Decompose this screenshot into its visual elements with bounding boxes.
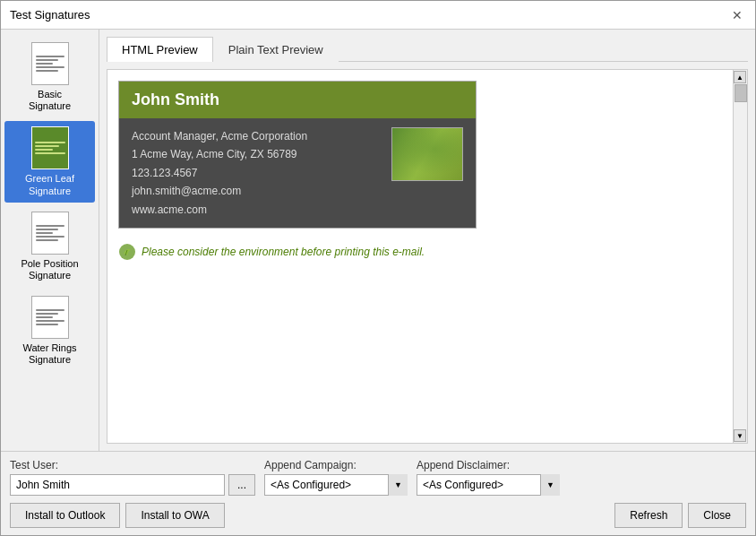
sidebar-item-poleposition[interactable]: Pole PositionSignature <box>4 206 95 287</box>
signature-sidebar: BasicSignature Green LeafSignature <box>1 30 99 451</box>
eco-note: Please consider the environment before p… <box>118 243 722 261</box>
scrollbar-track[interactable]: ▲ ▼ <box>733 70 747 443</box>
install-outlook-button[interactable]: Install to Outlook <box>10 503 120 528</box>
install-btn-group: Install to Outlook Install to OWA <box>10 503 225 528</box>
sig-card-body: Account Manager, Acme Corporation 1 Acme… <box>119 118 476 228</box>
bottom-bar: Test User: ... Append Campaign: <As Conf… <box>1 451 755 535</box>
poleposition-sig-label: Pole PositionSignature <box>21 258 78 281</box>
bottom-row1: Test User: ... Append Campaign: <As Conf… <box>10 459 746 496</box>
close-window-button[interactable]: ✕ <box>728 6 746 24</box>
sidebar-item-basic[interactable]: BasicSignature <box>4 37 95 117</box>
sig-card-header: John Smith <box>119 82 476 118</box>
test-user-label: Test User: <box>10 459 255 471</box>
append-campaign-select[interactable]: <As Configured> None Campaign A Campaign… <box>264 474 408 496</box>
append-disclaimer-select[interactable]: <As Configured> None Disclaimer A Discla… <box>417 474 560 496</box>
append-campaign-label: Append Campaign: <box>264 459 408 471</box>
tab-plaintext-preview[interactable]: Plain Text Preview <box>213 37 339 62</box>
test-user-input[interactable] <box>10 474 225 496</box>
sig-leaf-image <box>391 127 463 181</box>
close-button[interactable]: Close <box>688 503 746 528</box>
basic-sig-icon <box>31 42 69 85</box>
append-disclaimer-label: Append Disclaimer: <box>417 459 560 471</box>
eco-message: Please consider the environment before p… <box>142 246 425 258</box>
basic-sig-label: BasicSignature <box>29 89 71 112</box>
install-owa-button[interactable]: Install to OWA <box>125 503 224 528</box>
sig-phone: 123.123.4567 <box>132 164 382 182</box>
greenleaf-sig-label: Green LeafSignature <box>25 173 74 196</box>
preview-tabs: HTML Preview Plain Text Preview <box>107 37 748 62</box>
dialog: Test Signatures ✕ BasicSignature <box>0 0 756 536</box>
sidebar-item-greenleaf[interactable]: Green LeafSignature <box>4 121 95 202</box>
dialog-title: Test Signatures <box>10 8 90 22</box>
scroll-up-button[interactable]: ▲ <box>734 71 746 83</box>
refresh-button[interactable]: Refresh <box>614 503 683 528</box>
sig-email: john.smith@acme.com <box>132 182 382 200</box>
tab-html-preview[interactable]: HTML Preview <box>107 37 213 62</box>
leaf-pattern <box>392 128 462 180</box>
append-disclaimer-field-group: Append Disclaimer: <As Configured> None … <box>417 459 560 496</box>
scroll-down-button[interactable]: ▼ <box>734 429 746 442</box>
sidebar-item-waterrings[interactable]: Water RingsSignature <box>4 290 95 371</box>
sig-card-info: Account Manager, Acme Corporation 1 Acme… <box>132 127 382 219</box>
sig-website: www.acme.com <box>132 201 382 219</box>
greenleaf-sig-icon <box>31 126 69 169</box>
poleposition-sig-icon <box>31 212 69 255</box>
main-content: BasicSignature Green LeafSignature <box>1 30 755 451</box>
append-campaign-select-wrapper: <As Configured> None Campaign A Campaign… <box>264 474 408 496</box>
preview-area: HTML Preview Plain Text Preview John Smi… <box>99 30 755 451</box>
scrollbar-thumb[interactable] <box>735 84 747 102</box>
append-disclaimer-select-wrapper: <As Configured> None Disclaimer A Discla… <box>417 474 560 496</box>
title-bar: Test Signatures ✕ <box>1 1 755 30</box>
preview-content: John Smith Account Manager, Acme Corpora… <box>107 70 747 443</box>
test-user-field-row: ... <box>10 474 255 496</box>
sig-address: 1 Acme Way, Acme City, ZX 56789 <box>132 145 382 163</box>
sig-title: Account Manager, Acme Corporation <box>132 127 382 145</box>
waterrings-sig-label: Water RingsSignature <box>22 342 76 366</box>
browse-button[interactable]: ... <box>228 474 255 496</box>
eco-icon <box>118 243 136 261</box>
test-user-field-group: Test User: ... <box>10 459 255 496</box>
waterrings-sig-icon <box>31 296 69 339</box>
bottom-row2: Install to Outlook Install to OWA Refres… <box>10 503 746 528</box>
append-campaign-field-group: Append Campaign: <As Configured> None Ca… <box>264 459 408 496</box>
sig-name: John Smith <box>132 91 463 109</box>
signature-card: John Smith Account Manager, Acme Corpora… <box>118 81 477 229</box>
action-btn-group: Refresh Close <box>614 503 746 528</box>
preview-container: John Smith Account Manager, Acme Corpora… <box>107 69 748 444</box>
